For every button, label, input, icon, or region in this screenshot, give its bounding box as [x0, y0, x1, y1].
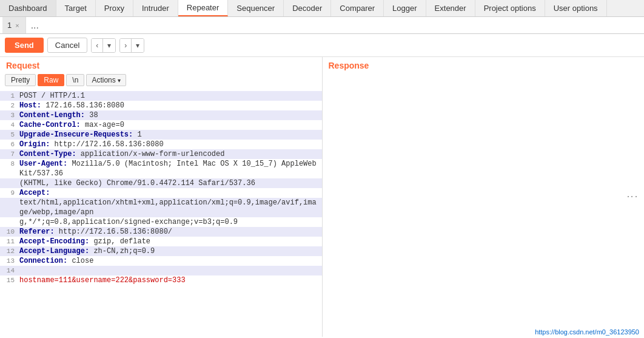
- toolbar: Send Cancel ‹ ▾ › ▾: [0, 34, 644, 57]
- nav-next-button[interactable]: ›: [120, 39, 132, 52]
- nav-prev-button[interactable]: ‹: [92, 39, 103, 52]
- code-line: text/html,application/xhtml+xml,applicat…: [0, 198, 322, 217]
- line-content: Cache-Control: max-age=0: [19, 120, 124, 130]
- code-line: 10Referer: http://172.16.58.136:8080/: [0, 227, 322, 237]
- line-number: 8: [2, 159, 15, 169]
- line-number: 13: [2, 256, 15, 266]
- nav-repeater[interactable]: Repeater: [178, 0, 228, 16]
- code-line: 4Cache-Control: max-age=0: [0, 120, 322, 130]
- nav-intruder[interactable]: Intruder: [133, 0, 178, 16]
- nav-logger[interactable]: Logger: [384, 0, 426, 16]
- response-dots-icon[interactable]: ⋮: [626, 191, 639, 203]
- code-line: 2Host: 172.16.58.136:8080: [0, 101, 322, 110]
- cancel-button[interactable]: Cancel: [47, 38, 87, 53]
- line-content: Accept:: [19, 188, 50, 198]
- tab-close-icon[interactable]: ×: [14, 21, 20, 30]
- code-line: 12Accept-Language: zh-CN,zh;q=0.9: [0, 246, 322, 256]
- main-area: Request Pretty Raw \n Actions ▾ 1POST / …: [0, 57, 644, 337]
- nav-next-dropdown-button[interactable]: ▾: [132, 39, 144, 52]
- line-number: 10: [2, 227, 15, 237]
- line-number: 1: [2, 91, 15, 101]
- line-number: 14: [2, 266, 15, 275]
- code-line: 7Content-Type: application/x-www-form-ur…: [0, 149, 322, 159]
- send-button[interactable]: Send: [5, 38, 44, 53]
- line-number: 9: [2, 188, 15, 198]
- line-number: 6: [2, 140, 15, 149]
- actions-button[interactable]: Actions ▾: [86, 74, 126, 86]
- watermark: https://blog.csdn.net/m0_36123950: [535, 328, 639, 336]
- nav-prev-dropdown-button[interactable]: ▾: [103, 39, 115, 52]
- tab-bar: 1 × ...: [0, 17, 644, 34]
- line-number: 7: [2, 149, 15, 159]
- nav-dashboard[interactable]: Dashboard: [0, 0, 56, 16]
- line-number: 2: [2, 101, 15, 110]
- line-content: Referer: http://172.16.58.136:8080/: [19, 227, 172, 237]
- line-content: text/html,application/xhtml+xml,applicat…: [19, 198, 320, 217]
- btn-raw[interactable]: Raw: [38, 74, 64, 86]
- line-content: Accept-Encoding: gzip, deflate: [19, 237, 150, 246]
- line-content: (KHTML, like Gecko) Chrome/91.0.4472.114…: [19, 178, 255, 188]
- tab-1[interactable]: 1 ×: [2, 17, 26, 33]
- nav-decoder[interactable]: Decoder: [284, 0, 331, 16]
- line-number: 11: [2, 237, 15, 246]
- code-line: 6Origin: http://172.16.58.136:8080: [0, 140, 322, 149]
- request-panel-title: Request: [0, 57, 322, 73]
- code-line: (KHTML, like Gecko) Chrome/91.0.4472.114…: [0, 178, 322, 188]
- nav-next-group: › ▾: [119, 38, 144, 53]
- response-panel: Response ⋮: [323, 57, 645, 337]
- line-content: hostname=111&username=222&password=333: [19, 275, 186, 285]
- code-line: 8User-Agent: Mozilla/5.0 (Macintosh; Int…: [0, 159, 322, 178]
- code-line: 13Connection: close: [0, 256, 322, 266]
- line-number: 15: [2, 275, 15, 285]
- line-number: 12: [2, 246, 15, 256]
- line-content: Upgrade-Insecure-Requests: 1: [19, 130, 142, 140]
- code-line: 15hostname=111&username=222&password=333: [0, 275, 322, 285]
- top-nav: Dashboard Target Proxy Intruder Repeater…: [0, 0, 644, 17]
- line-content: POST / HTTP/1.1: [19, 91, 85, 101]
- code-line: 11Accept-Encoding: gzip, deflate: [0, 237, 322, 246]
- line-content: Connection: close: [19, 256, 93, 266]
- nav-extender[interactable]: Extender: [426, 0, 475, 16]
- line-content: Host: 172.16.58.136:8080: [19, 101, 124, 110]
- line-content: Content-Length: 38: [19, 110, 98, 120]
- code-line: 14: [0, 266, 322, 275]
- line-content: g,*/*;q=0.8,application/signed-exchange;…: [19, 217, 238, 227]
- nav-comparer[interactable]: Comparer: [331, 0, 384, 16]
- btn-newline[interactable]: \n: [66, 74, 84, 86]
- code-line: 5Upgrade-Insecure-Requests: 1: [0, 130, 322, 140]
- line-content: User-Agent: Mozilla/5.0 (Macintosh; Inte…: [19, 159, 320, 178]
- line-number: 3: [2, 110, 15, 120]
- line-content: Content-Type: application/x-www-form-url…: [19, 149, 224, 159]
- code-line: 3Content-Length: 38: [0, 110, 322, 120]
- format-bar: Pretty Raw \n Actions ▾: [0, 73, 322, 89]
- chevron-down-icon: ▾: [118, 77, 121, 84]
- code-line: 9Accept:: [0, 188, 322, 198]
- nav-prev-group: ‹ ▾: [91, 38, 116, 53]
- nav-user-options[interactable]: User options: [545, 0, 607, 16]
- request-panel: Request Pretty Raw \n Actions ▾ 1POST / …: [0, 57, 323, 337]
- tab-new[interactable]: ...: [26, 20, 44, 31]
- nav-sequencer[interactable]: Sequencer: [228, 0, 284, 16]
- line-number: 5: [2, 130, 15, 140]
- response-panel-title: Response: [323, 57, 645, 73]
- line-content: Accept-Language: zh-CN,zh;q=0.9: [19, 246, 155, 256]
- tab-label: 1: [7, 21, 12, 30]
- nav-target[interactable]: Target: [56, 0, 96, 16]
- line-content: Origin: http://172.16.58.136:8080: [19, 140, 164, 149]
- line-number: 4: [2, 120, 15, 130]
- code-line: 1POST / HTTP/1.1: [0, 91, 322, 101]
- request-code-area[interactable]: 1POST / HTTP/1.12Host: 172.16.58.136:808…: [0, 89, 322, 337]
- nav-project-options[interactable]: Project options: [475, 0, 545, 16]
- code-line: g,*/*;q=0.8,application/signed-exchange;…: [0, 217, 322, 227]
- btn-pretty[interactable]: Pretty: [5, 74, 36, 86]
- actions-label: Actions: [92, 76, 115, 84]
- nav-proxy[interactable]: Proxy: [96, 0, 133, 16]
